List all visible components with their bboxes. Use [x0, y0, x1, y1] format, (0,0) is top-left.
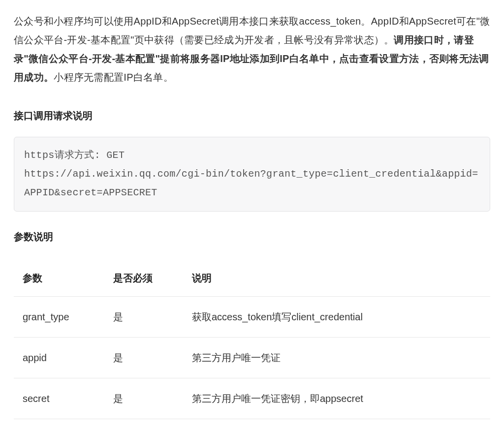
params-table: 参数 是否必须 说明 grant_type 是 获取access_token填写… [14, 260, 490, 419]
table-cell-desc: 第三方用户唯一凭证 [186, 338, 490, 378]
intro-paragraph: 公众号和小程序均可以使用AppID和AppSecret调用本接口来获取acces… [14, 12, 490, 87]
table-header-required: 是否必须 [107, 260, 186, 297]
code-block: https请求方式: GET https://api.weixin.qq.com… [14, 137, 490, 212]
request-section-heading: 接口调用请求说明 [14, 106, 490, 125]
table-cell-param: appid [14, 338, 107, 378]
table-cell-param: grant_type [14, 297, 107, 338]
table-cell-desc: 第三方用户唯一凭证密钥，即appsecret [186, 378, 490, 419]
table-cell-required: 是 [107, 378, 186, 419]
table-cell-required: 是 [107, 338, 186, 378]
table-row: grant_type 是 获取access_token填写client_cred… [14, 297, 490, 338]
table-cell-desc: 获取access_token填写client_credential [186, 297, 490, 338]
table-cell-param: secret [14, 378, 107, 419]
params-section-heading: 参数说明 [14, 227, 490, 246]
table-header-row: 参数 是否必须 说明 [14, 260, 490, 297]
table-header-desc: 说明 [186, 260, 490, 297]
table-row: appid 是 第三方用户唯一凭证 [14, 338, 490, 378]
table-row: secret 是 第三方用户唯一凭证密钥，即appsecret [14, 378, 490, 419]
table-header-param: 参数 [14, 260, 107, 297]
intro-text-after: 小程序无需配置IP白名单。 [54, 72, 173, 83]
table-cell-required: 是 [107, 297, 186, 338]
